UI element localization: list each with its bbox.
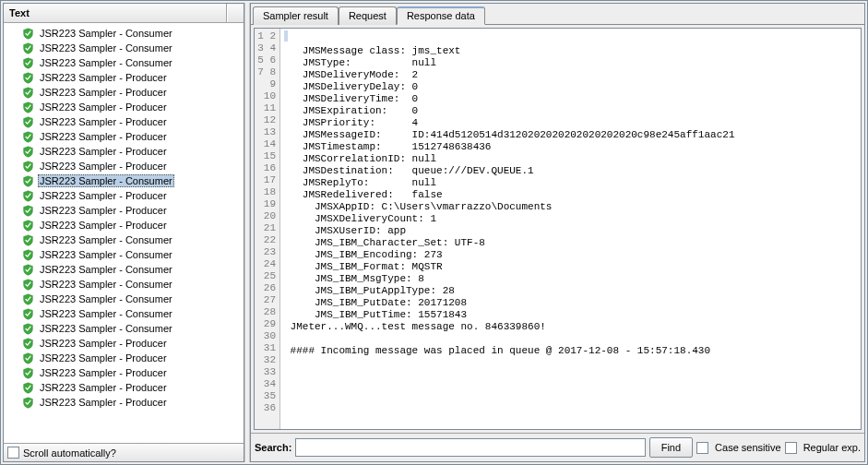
- tree-item[interactable]: JSR223 Sampler - Consumer: [4, 232, 244, 247]
- tree-item[interactable]: JSR223 Sampler - Producer: [4, 203, 244, 218]
- tree-item-label: JSR223 Sampler - Producer: [38, 161, 169, 172]
- tree-item-label: JSR223 Sampler - Producer: [38, 131, 169, 142]
- scroll-auto-label: Scroll automatically?: [23, 447, 116, 459]
- search-input[interactable]: [295, 438, 645, 457]
- tab-sampler-result[interactable]: Sampler result: [253, 6, 339, 25]
- tree-item[interactable]: JSR223 Sampler - Producer: [4, 218, 244, 232]
- main-container: Text JSR223 Sampler - ConsumerJSR223 Sam…: [1, 1, 867, 464]
- tree-item[interactable]: JSR223 Sampler - Producer: [4, 395, 244, 410]
- success-shield-icon: [22, 131, 34, 143]
- tree-item-label: JSR223 Sampler - Producer: [38, 220, 169, 231]
- results-tree-header-label: Text: [4, 4, 227, 22]
- tree-item-label: JSR223 Sampler - Producer: [38, 101, 169, 113]
- success-shield-icon: [22, 42, 34, 54]
- scroll-auto-checkbox[interactable]: [7, 447, 19, 459]
- tree-item[interactable]: JSR223 Sampler - Consumer: [4, 262, 244, 277]
- tree-item-label: JSR223 Sampler - Consumer: [38, 42, 174, 54]
- tree-item[interactable]: JSR223 Sampler - Consumer: [4, 321, 244, 336]
- tree-item[interactable]: JSR223 Sampler - Producer: [4, 365, 244, 380]
- tree-item[interactable]: JSR223 Sampler - Consumer: [4, 292, 244, 306]
- results-tree-footer: Scroll automatically?: [4, 443, 244, 461]
- success-shield-icon: [22, 72, 34, 84]
- tree-item[interactable]: JSR223 Sampler - Producer: [4, 144, 244, 159]
- tree-item-label: JSR223 Sampler - Consumer: [38, 279, 174, 290]
- tab-request[interactable]: Request: [339, 6, 397, 25]
- success-shield-icon: [22, 308, 34, 320]
- results-tree-panel: Text JSR223 Sampler - ConsumerJSR223 Sam…: [3, 3, 244, 462]
- tree-item-label: JSR223 Sampler - Consumer: [38, 264, 174, 275]
- tree-item-label: JSR223 Sampler - Producer: [38, 190, 169, 201]
- tree-item-label: JSR223 Sampler - Producer: [38, 72, 169, 83]
- tree-item-label: JSR223 Sampler - Producer: [38, 87, 169, 98]
- success-shield-icon: [22, 161, 34, 173]
- success-shield-icon: [22, 28, 34, 40]
- tree-item-label: JSR223 Sampler - Producer: [38, 367, 169, 378]
- tree-item[interactable]: JSR223 Sampler - Consumer: [4, 247, 244, 262]
- tabs-row: Sampler resultRequestResponse data: [251, 4, 864, 25]
- tab-response-data[interactable]: Response data: [397, 6, 485, 25]
- tree-item-label: JSR223 Sampler - Consumer: [38, 323, 174, 334]
- results-tree-dropdown-button[interactable]: [227, 5, 244, 22]
- response-text-area[interactable]: JMSMessage class: jms_text JMSType: null…: [280, 29, 861, 429]
- success-shield-icon: [22, 220, 34, 232]
- tree-item-label: JSR223 Sampler - Consumer: [38, 293, 174, 304]
- response-editor: 1 2 3 4 5 6 7 8 9 10 11 12 13 14 15 16 1…: [254, 28, 862, 430]
- tree-item[interactable]: JSR223 Sampler - Producer: [4, 85, 244, 100]
- success-shield-icon: [22, 205, 34, 217]
- tree-item-label: JSR223 Sampler - Consumer: [38, 308, 174, 319]
- regex-checkbox[interactable]: [785, 442, 797, 454]
- success-shield-icon: [22, 264, 34, 276]
- success-shield-icon: [22, 87, 34, 99]
- success-shield-icon: [22, 175, 34, 187]
- success-shield-icon: [22, 382, 34, 394]
- tree-item-label: JSR223 Sampler - Producer: [38, 382, 169, 393]
- success-shield-icon: [22, 338, 34, 350]
- success-shield-icon: [22, 101, 34, 113]
- success-shield-icon: [22, 397, 34, 409]
- tree-item[interactable]: JSR223 Sampler - Consumer: [4, 306, 244, 321]
- success-shield-icon: [22, 190, 34, 202]
- search-label: Search:: [255, 442, 291, 453]
- tree-item[interactable]: JSR223 Sampler - Producer: [4, 159, 244, 173]
- tree-item[interactable]: JSR223 Sampler - Producer: [4, 100, 244, 114]
- find-button[interactable]: Find: [649, 437, 693, 458]
- tree-item[interactable]: JSR223 Sampler - Consumer: [4, 55, 244, 70]
- success-shield-icon: [22, 249, 34, 261]
- tree-item-label: JSR223 Sampler - Producer: [38, 397, 169, 408]
- success-shield-icon: [22, 234, 34, 246]
- tree-item[interactable]: JSR223 Sampler - Producer: [4, 188, 244, 203]
- tree-item-label: JSR223 Sampler - Consumer: [38, 249, 174, 260]
- success-shield-icon: [22, 146, 34, 158]
- tree-item-label: JSR223 Sampler - Producer: [38, 352, 169, 364]
- tree-item-label: JSR223 Sampler - Producer: [38, 338, 169, 349]
- regex-label: Regular exp.: [803, 442, 861, 453]
- tree-item[interactable]: JSR223 Sampler - Producer: [4, 351, 244, 365]
- tree-item[interactable]: JSR223 Sampler - Producer: [4, 70, 244, 85]
- success-shield-icon: [22, 352, 34, 364]
- tree-item[interactable]: JSR223 Sampler - Producer: [4, 336, 244, 351]
- tree-item[interactable]: JSR223 Sampler - Consumer: [4, 277, 244, 292]
- case-sensitive-checkbox[interactable]: [696, 442, 708, 454]
- tree-item-label: JSR223 Sampler - Consumer: [38, 234, 174, 245]
- success-shield-icon: [22, 293, 34, 305]
- success-shield-icon: [22, 57, 34, 69]
- success-shield-icon: [22, 116, 34, 128]
- success-shield-icon: [22, 279, 34, 291]
- tree-item[interactable]: JSR223 Sampler - Consumer: [4, 26, 244, 41]
- case-sensitive-label: Case sensitive: [715, 442, 781, 453]
- tree-item[interactable]: JSR223 Sampler - Producer: [4, 129, 244, 144]
- tree-item-label: JSR223 Sampler - Consumer: [38, 174, 174, 187]
- results-tree-body[interactable]: JSR223 Sampler - ConsumerJSR223 Sampler …: [4, 23, 244, 443]
- tree-item-label: JSR223 Sampler - Consumer: [38, 57, 174, 68]
- tree-item-label: JSR223 Sampler - Consumer: [38, 28, 174, 39]
- search-bar: Search: Find Case sensitive Regular exp.: [251, 433, 864, 461]
- tree-item[interactable]: JSR223 Sampler - Consumer: [4, 41, 244, 55]
- editor-gutter: 1 2 3 4 5 6 7 8 9 10 11 12 13 14 15 16 1…: [255, 29, 280, 429]
- tree-item-label: JSR223 Sampler - Producer: [38, 116, 169, 127]
- results-tree-header: Text: [4, 4, 244, 23]
- tree-item[interactable]: JSR223 Sampler - Producer: [4, 380, 244, 395]
- tree-item-label: JSR223 Sampler - Producer: [38, 205, 169, 216]
- tree-item[interactable]: JSR223 Sampler - Consumer: [4, 173, 244, 188]
- success-shield-icon: [22, 367, 34, 379]
- tree-item[interactable]: JSR223 Sampler - Producer: [4, 114, 244, 129]
